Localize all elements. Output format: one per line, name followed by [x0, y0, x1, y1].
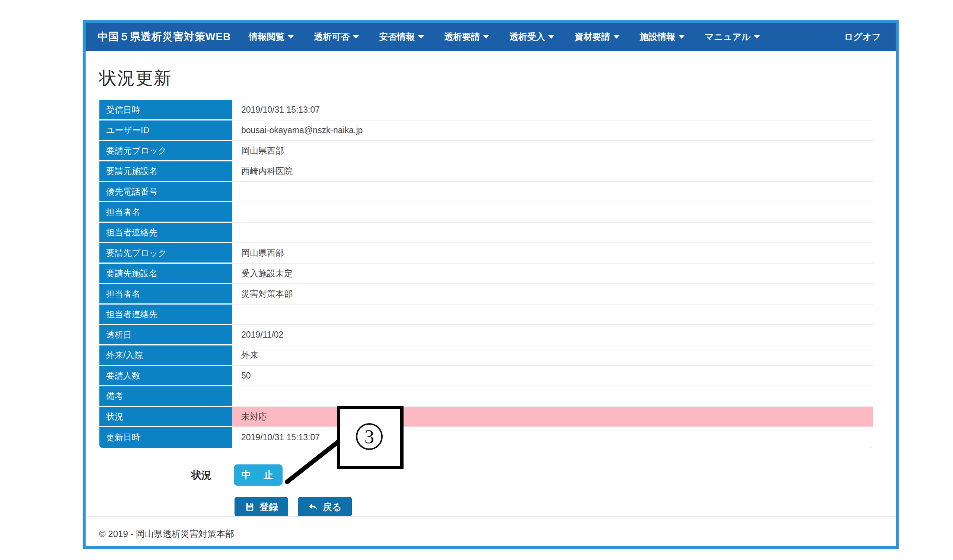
row-value: 受入施設未定: [232, 264, 873, 284]
nav-item[interactable]: 透析要請: [444, 31, 489, 43]
register-button-label: 登録: [259, 501, 278, 513]
table-row: 担当者連絡先: [99, 223, 873, 243]
navbar-brand[interactable]: 中国５県透析災害対策WEB: [98, 30, 231, 44]
row-value: [232, 305, 873, 325]
caret-down-icon: [548, 35, 554, 39]
caret-down-icon: [613, 35, 619, 39]
table-row: 要請先ブロック岡山県西部: [99, 243, 873, 264]
nav-item[interactable]: 情報閲覧: [249, 31, 294, 43]
status-control-row: 状況 中 止: [191, 464, 896, 486]
nav-item-label: 透析要請: [444, 31, 480, 43]
table-row: 備考: [99, 386, 873, 407]
caret-down-icon: [353, 35, 359, 39]
row-label: 備考: [99, 386, 232, 407]
nav-item-label: 透析可否: [314, 31, 349, 43]
status-control-label: 状況: [191, 469, 211, 482]
nav-item[interactable]: マニュアル: [705, 31, 760, 43]
row-label: 担当者名: [99, 202, 232, 223]
caret-down-icon: [754, 35, 760, 39]
table-row: 担当者名: [99, 202, 873, 223]
table-row: 要請人数50: [99, 366, 873, 386]
table-row: 要請元ブロック岡山県西部: [99, 141, 873, 161]
caret-down-icon: [679, 35, 684, 39]
row-label: 透析日: [99, 325, 232, 345]
register-button[interactable]: 登録: [234, 497, 288, 517]
row-label: 要請元ブロック: [99, 141, 232, 161]
caret-down-icon: [483, 35, 489, 39]
row-value: 50: [232, 366, 873, 386]
row-label: 要請先施設名: [99, 264, 232, 284]
nav-item-label: マニュアル: [705, 31, 750, 43]
table-row: 担当者名災害対策本部: [99, 284, 873, 305]
row-value: 岡山県西部: [232, 243, 873, 264]
nav-item[interactable]: 透析可否: [314, 31, 359, 43]
nav-item[interactable]: 施設情報: [639, 31, 684, 43]
circled-number-icon: 3: [356, 423, 383, 450]
row-label: 更新日時: [99, 427, 232, 448]
row-value: 2019/11/02: [232, 325, 873, 345]
row-value: 西崎内科医院: [232, 161, 873, 182]
table-row: 要請元施設名西崎内科医院: [99, 161, 873, 182]
table-row: 優先電話番号: [99, 182, 873, 202]
nav-item-label: 透析受入: [509, 31, 545, 43]
page-content: 中国５県透析災害対策WEB 情報閲覧透析可否安否情報透析要請透析受入資材要請施設…: [85, 23, 896, 546]
row-label: 要請人数: [99, 366, 232, 386]
navbar-menu: 情報閲覧透析可否安否情報透析要請透析受入資材要請施設情報マニュアル: [249, 31, 760, 43]
footer: © 2019 - 岡山県透析災害対策本部: [85, 516, 896, 546]
copyright-text: © 2019 - 岡山県透析災害対策本部: [99, 529, 234, 539]
back-arrow-icon: [308, 502, 318, 512]
table-row: ユーザーIDbousai-okayama@nszk-naika.jp: [99, 121, 873, 141]
table-row: 担当者連絡先: [99, 305, 873, 325]
row-label: 受信日時: [99, 100, 232, 121]
row-value: [232, 182, 873, 202]
table-row: 外来/入院外来: [99, 345, 873, 366]
row-value: [232, 223, 873, 243]
row-value: 災害対策本部: [232, 284, 873, 305]
page-title: 状況更新: [99, 67, 896, 90]
row-value: [232, 202, 873, 223]
caret-down-icon: [418, 35, 424, 39]
app-window: 中国５県透析災害対策WEB 情報閲覧透析可否安否情報透析要請透析受入資材要請施設…: [83, 20, 899, 549]
row-value: 外来: [232, 345, 873, 366]
row-label: 状況: [99, 407, 232, 427]
nav-item[interactable]: 安否情報: [379, 31, 424, 43]
row-label: 要請元施設名: [99, 161, 232, 182]
table-row: 透析日2019/11/02: [99, 325, 873, 345]
row-label: 担当者連絡先: [99, 223, 232, 243]
navbar: 中国５県透析災害対策WEB 情報閲覧透析可否安否情報透析要請透析受入資材要請施設…: [85, 23, 896, 51]
table-row: 受信日時2019/10/31 15:13:07: [99, 100, 873, 121]
row-value: 岡山県西部: [232, 141, 873, 161]
status-info-table: 受信日時2019/10/31 15:13:07ユーザーIDbousai-okay…: [99, 100, 873, 448]
row-value: bousai-okayama@nszk-naika.jp: [232, 121, 873, 141]
back-button-label: 戻る: [323, 501, 342, 513]
save-icon: [245, 502, 255, 512]
annotation-step-box: 3: [337, 406, 404, 469]
back-button[interactable]: 戻る: [298, 497, 352, 517]
row-label: 要請先ブロック: [99, 243, 232, 264]
nav-item-label: 施設情報: [639, 31, 675, 43]
row-value: 2019/10/31 15:13:07: [232, 427, 873, 448]
cancel-status-button[interactable]: 中 止: [234, 464, 282, 486]
row-value: [232, 386, 873, 407]
table-row: 要請先施設名受入施設未定: [99, 264, 873, 284]
row-label: 担当者名: [99, 284, 232, 305]
action-button-row: 登録 戻る: [234, 497, 896, 517]
table-row: 更新日時2019/10/31 15:13:07: [99, 427, 873, 448]
nav-item[interactable]: 透析受入: [509, 31, 554, 43]
nav-item-label: 資材要請: [574, 31, 610, 43]
row-value: 未対応: [232, 407, 873, 427]
nav-item[interactable]: 資材要請: [574, 31, 619, 43]
table-row: 状況未対応: [99, 407, 873, 427]
nav-item-label: 情報閲覧: [249, 31, 284, 43]
row-label: 担当者連絡先: [99, 305, 232, 325]
nav-item-label: 安否情報: [379, 31, 415, 43]
logoff-link[interactable]: ログオフ: [844, 31, 881, 43]
caret-down-icon: [288, 35, 294, 39]
row-label: 優先電話番号: [99, 182, 232, 202]
row-label: ユーザーID: [99, 121, 232, 141]
row-value: 2019/10/31 15:13:07: [232, 100, 873, 121]
row-label: 外来/入院: [99, 345, 232, 366]
